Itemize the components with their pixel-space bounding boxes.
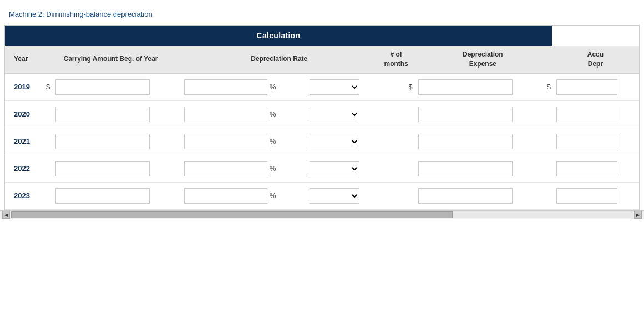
accum-depr-input-2022[interactable] (556, 161, 617, 176)
year-column-header: Year (5, 46, 42, 73)
empty-dollar-2023 (42, 182, 51, 209)
carrying-amount-cell-2022 (51, 155, 180, 182)
months-cell-2021: 123 456 789 101112 (305, 128, 378, 155)
depreciation-rate-column-header: Depreciation Rate (180, 46, 378, 73)
empty-dollar-2022 (42, 155, 51, 182)
carrying-amount-cell-2021 (51, 128, 180, 155)
accum-depr-input-2021[interactable] (556, 134, 617, 149)
empty-dollar-2020 (42, 100, 51, 128)
page-wrapper: Machine 2: Diminishing-balance depreciat… (0, 0, 644, 323)
accum-depr-column-header: AccuDepr (552, 46, 639, 73)
percent-sign-2022: % (268, 164, 276, 173)
percent-sign-2021: % (268, 137, 276, 145)
depreciation-expense-input-2020[interactable] (418, 107, 513, 122)
empty-dollar-2021 (42, 128, 51, 155)
page-title: Machine 2: Diminishing-balance depreciat… (0, 6, 644, 25)
scroll-left-button[interactable]: ◀ (2, 211, 10, 219)
accum-depr-input-2020[interactable] (556, 107, 617, 122)
depr-expense-cell-2019 (414, 73, 542, 100)
months-cell-2022: 123 456 789 101112 (305, 155, 378, 182)
table-row: 2020 % 123 (5, 100, 639, 128)
accum-depr-cell-2022 (552, 155, 639, 182)
calculation-table: Calculation Year Carrying Amount Beg. of… (5, 26, 639, 210)
months-select-2019[interactable]: 123 456 789 101112 (310, 79, 359, 95)
year-cell-2021: 2021 (5, 128, 42, 155)
percent-sign-2020: % (268, 110, 276, 118)
months-cell-2020: 123 456 789 101112 (305, 100, 378, 128)
accum-depr-cell-2019 (552, 73, 639, 100)
empty-dollar-expense-2023 (378, 182, 413, 209)
scroll-thumb[interactable] (11, 211, 453, 218)
carrying-amount-input-2023[interactable] (55, 188, 150, 204)
horizontal-scrollbar[interactable]: ◀ ▶ (0, 210, 644, 219)
months-select-2022[interactable]: 123 456 789 101112 (310, 161, 359, 176)
depr-rate-cell-2019: % (180, 73, 305, 100)
percent-sign-2023: % (268, 191, 276, 200)
carrying-amount-cell-2019 (51, 73, 180, 100)
dollar-sign-accum-2019: $ (542, 73, 552, 100)
carrying-amount-input-2019[interactable] (55, 79, 150, 95)
depreciation-expense-input-2019[interactable] (418, 79, 513, 95)
dollar-sign-expense-2019: $ (378, 73, 413, 100)
depreciation-expense-input-2021[interactable] (418, 134, 513, 149)
empty-dollar-accum-2020 (542, 100, 552, 128)
accum-depr-cell-2020 (552, 100, 639, 128)
year-cell-2019: 2019 (5, 73, 42, 100)
table-main-header: Calculation (5, 26, 639, 46)
months-select-2020[interactable]: 123 456 789 101112 (310, 107, 359, 122)
carrying-amount-cell-2020 (51, 100, 180, 128)
depreciation-rate-input-2019[interactable] (184, 79, 267, 95)
depreciation-rate-input-2021[interactable] (184, 134, 267, 149)
depr-expense-cell-2021 (414, 128, 542, 155)
depr-rate-cell-2021: % (180, 128, 305, 155)
accum-depr-cell-2021 (552, 128, 639, 155)
carrying-amount-input-2021[interactable] (55, 134, 150, 149)
months-select-2021[interactable]: 123 456 789 101112 (310, 134, 359, 149)
year-cell-2023: 2023 (5, 182, 42, 209)
table-container: Calculation Year Carrying Amount Beg. of… (4, 25, 640, 210)
months-cell-2023: 123 456 789 101112 (305, 182, 378, 209)
depr-expense-cell-2023 (414, 182, 542, 209)
depr-rate-cell-2020: % (180, 100, 305, 128)
accum-depr-input-2023[interactable] (556, 188, 617, 204)
accum-depr-input-2019[interactable] (556, 79, 617, 95)
column-header-row: Year Carrying Amount Beg. of Year Deprec… (5, 46, 639, 73)
carrying-amount-cell-2023 (51, 182, 180, 209)
depr-rate-cell-2022: % (180, 155, 305, 182)
table-row: 2019 $ % 123 (5, 73, 639, 100)
empty-dollar-expense-2021 (378, 128, 413, 155)
depreciation-rate-input-2020[interactable] (184, 107, 267, 122)
depr-expense-cell-2022 (414, 155, 542, 182)
depreciation-expense-column-header: DepreciationExpense (414, 46, 552, 73)
depreciation-expense-input-2022[interactable] (418, 161, 513, 176)
calculation-header: Calculation (5, 26, 552, 46)
carrying-amount-input-2022[interactable] (55, 161, 150, 176)
scroll-right-button[interactable]: ▶ (634, 211, 642, 219)
scroll-track[interactable] (11, 211, 633, 218)
table-row: 2022 % 123 (5, 155, 639, 182)
year-cell-2020: 2020 (5, 100, 42, 128)
months-select-2023[interactable]: 123 456 789 101112 (310, 188, 359, 204)
depreciation-rate-input-2023[interactable] (184, 188, 267, 204)
depreciation-rate-input-2022[interactable] (184, 161, 267, 176)
empty-dollar-expense-2020 (378, 100, 413, 128)
carrying-amount-column-header: Carrying Amount Beg. of Year (42, 46, 180, 73)
table-row: 2021 % 123 (5, 128, 639, 155)
empty-dollar-accum-2023 (542, 182, 552, 209)
dollar-sign-carrying-2019: $ (42, 73, 51, 100)
year-cell-2022: 2022 (5, 155, 42, 182)
months-cell-2019: 123 456 789 101112 (305, 73, 378, 100)
num-months-column-header: # ofmonths (378, 46, 413, 73)
depr-rate-cell-2023: % (180, 182, 305, 209)
empty-dollar-accum-2022 (542, 155, 552, 182)
table-row: 2023 % 123 (5, 182, 639, 209)
depr-expense-cell-2020 (414, 100, 542, 128)
carrying-amount-input-2020[interactable] (55, 107, 150, 122)
percent-sign-2019: % (268, 83, 276, 91)
empty-dollar-expense-2022 (378, 155, 413, 182)
accum-depr-cell-2023 (552, 182, 639, 209)
depreciation-expense-input-2023[interactable] (418, 188, 513, 204)
empty-dollar-accum-2021 (542, 128, 552, 155)
